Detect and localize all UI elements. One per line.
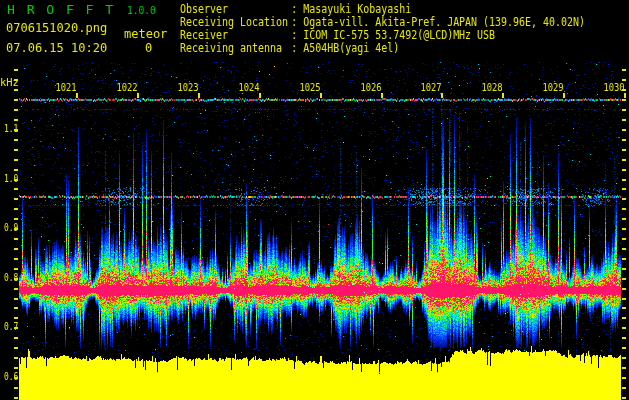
info-colon: : xyxy=(291,15,303,29)
info-value: Ogata-vill. Akita-Pref. JAPAN (139.96E, … xyxy=(303,15,585,29)
time-tick-label: 1023 xyxy=(177,82,199,93)
meteor-count: 0 xyxy=(145,42,152,54)
info-label: Receiving Location xyxy=(180,16,291,28)
time-tick-label: 1030 xyxy=(603,82,625,93)
freq-tick-label: 0.7 xyxy=(4,321,14,332)
freq-unit-label: kHz xyxy=(0,77,19,88)
time-tick-label: 1022 xyxy=(116,82,138,93)
info-row-observer: Observer: Masayuki Kobayashi xyxy=(180,3,411,15)
info-row-antenna: Receiving antenna: A504HB(yagi 4el) xyxy=(180,42,399,54)
info-label: Receiving antenna xyxy=(180,42,291,54)
freq-tick-label: 1.0 xyxy=(4,173,14,184)
info-row-location: Receiving Location: Ogata-vill. Akita-Pr… xyxy=(180,16,585,28)
info-label: Observer xyxy=(180,3,291,15)
freq-tick-label: 0.9 xyxy=(4,222,14,233)
info-colon: : xyxy=(291,2,303,16)
freq-tick-label: 0.8 xyxy=(4,272,14,283)
info-colon: : xyxy=(291,28,303,42)
info-value: Masayuki Kobayashi xyxy=(303,2,411,16)
app-version: 1.0.0 xyxy=(127,5,156,16)
spectrogram-canvas xyxy=(0,0,629,400)
time-tick-label: 1026 xyxy=(359,82,381,93)
info-row-receiver: Receiver: ICOM IC-575 53.7492(@LCD)MHz U… xyxy=(180,29,495,41)
time-tick-label: 1029 xyxy=(542,82,564,93)
output-filename: 0706151020.png xyxy=(6,22,107,34)
info-colon: : xyxy=(291,41,303,55)
mode-label: meteor xyxy=(124,28,167,40)
info-label: Receiver xyxy=(180,29,291,41)
time-tick-label: 1025 xyxy=(298,82,320,93)
time-tick-label: 1027 xyxy=(420,82,442,93)
time-tick-label: 1021 xyxy=(55,82,77,93)
time-tick-label: 1024 xyxy=(237,82,259,93)
app-title: H R O F F T xyxy=(7,3,115,16)
datetime-label: 07.06.15 10:20 xyxy=(6,42,107,54)
freq-tick-label: 1.1 xyxy=(4,123,14,134)
info-value: ICOM IC-575 53.7492(@LCD)MHz USB xyxy=(303,28,495,42)
hrofft-window: H R O F F T 1.0.0 0706151020.png meteor … xyxy=(0,0,629,400)
info-value: A504HB(yagi 4el) xyxy=(303,41,399,55)
time-tick-label: 1028 xyxy=(481,82,503,93)
freq-tick-label: 0.6 xyxy=(4,371,14,382)
